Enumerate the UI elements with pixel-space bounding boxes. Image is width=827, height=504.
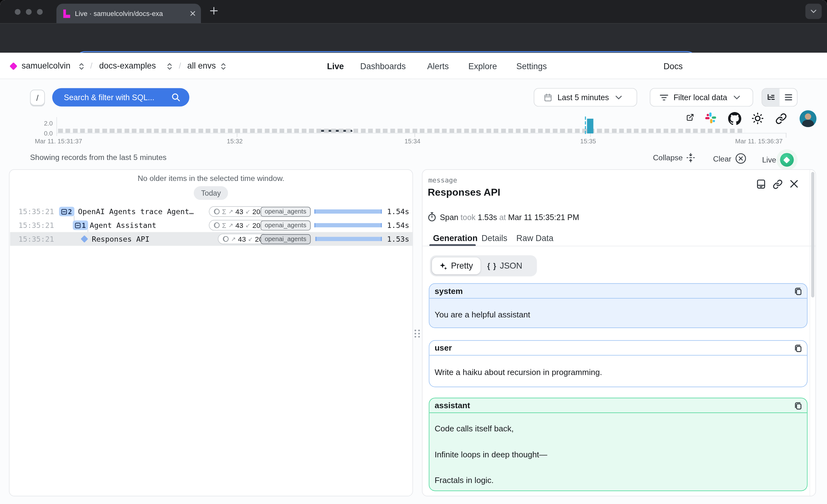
copy-link-icon[interactable] — [773, 180, 783, 189]
user-avatar[interactable] — [799, 110, 816, 127]
trace-row[interactable]: 15:35:21 2 OpenAI Agents trace Agent… Σ … — [10, 205, 413, 218]
token-coin-icon — [223, 236, 229, 242]
copy-icon[interactable] — [794, 344, 802, 352]
window-minimize-button[interactable] — [26, 9, 32, 15]
message-content: You are a helpful assistant — [430, 299, 807, 320]
tab-explore[interactable]: Explore — [468, 61, 497, 71]
filter-local-data-dropdown[interactable]: Filter local data — [650, 88, 753, 106]
slash-shortcut-key[interactable]: / — [30, 90, 45, 105]
json-toggle-button[interactable]: { } JSON — [481, 261, 529, 270]
new-tab-icon[interactable] — [210, 7, 218, 15]
duration-bar[interactable] — [314, 209, 382, 213]
span-word: Span — [440, 212, 458, 221]
dock-panel-icon[interactable] — [756, 180, 766, 189]
calendar-icon — [544, 93, 552, 101]
input-tokens-arrow-icon: ↗ — [231, 236, 236, 242]
tab-close-icon[interactable] — [190, 11, 196, 16]
trace-row-selected[interactable]: 15:35:21 Responses API ↗43 ↙20 openai_ag… — [10, 232, 413, 246]
span-name[interactable]: Agent Assistant — [90, 221, 156, 230]
filter-local-data-label: Filter local data — [674, 93, 727, 102]
collapse-children-badge[interactable]: 2 — [59, 207, 74, 216]
child-count: 1 — [82, 221, 86, 229]
timeline-zero-line — [58, 129, 745, 133]
timeline-activity-bar[interactable] — [587, 119, 593, 133]
pretty-toggle-button[interactable]: Pretty — [432, 257, 481, 274]
token-usage-pill[interactable]: Σ ↗43 ↙20 — [209, 220, 265, 231]
list-view-button[interactable] — [779, 89, 797, 106]
timeline-ytick-top: 2.0 — [32, 119, 53, 127]
collapse-children-badge[interactable]: 1 — [73, 220, 88, 230]
breadcrumb-project[interactable]: docs-examples — [99, 61, 156, 70]
slack-icon[interactable] — [704, 111, 718, 125]
sigma-icon: Σ — [222, 221, 226, 229]
scope-tag[interactable]: openai_agents — [260, 234, 310, 244]
trace-row[interactable]: 15:35:21 1 Agent Assistant Σ ↗43 ↙20 ope… — [10, 218, 413, 232]
duration-bar[interactable] — [314, 223, 382, 227]
collapse-button[interactable]: Collapse — [653, 153, 695, 162]
scope-tag[interactable]: openai_agents — [260, 220, 310, 230]
live-toggle[interactable]: Live — [762, 153, 793, 167]
breadcrumb-org[interactable]: samuelcolvin — [21, 61, 70, 70]
output-tokens-arrow-icon: ↙ — [248, 236, 253, 242]
window-zoom-button[interactable] — [37, 9, 43, 15]
tab-title: Live · samuelcolvin/docs-exa — [75, 9, 190, 17]
span-kind-label: message — [428, 176, 457, 184]
project-switcher-icon[interactable] — [167, 63, 172, 70]
clear-button[interactable]: Clear — [713, 153, 746, 164]
duration-bar[interactable] — [315, 237, 382, 241]
scrollbar-thumb[interactable] — [811, 172, 814, 297]
tree-view-button[interactable] — [762, 89, 780, 106]
scope-tag[interactable]: openai_agents — [260, 207, 310, 217]
share-link-icon[interactable] — [775, 113, 787, 124]
empty-window-notice: No older items in the selected time wind… — [9, 174, 412, 183]
logfire-logo-icon[interactable] — [9, 62, 18, 71]
panel-splitter-handle[interactable] — [414, 329, 421, 338]
token-usage-pill[interactable]: ↗43 ↙20 — [218, 234, 267, 244]
time-range-dropdown[interactable]: Last 5 minutes — [534, 88, 637, 106]
tab-dashboards[interactable]: Dashboards — [360, 61, 406, 71]
span-name[interactable]: Responses API — [92, 235, 150, 243]
window-close-button[interactable] — [15, 9, 21, 15]
token-usage-pill[interactable]: Σ ↗43 ↙20 — [209, 206, 265, 217]
message-card-assistant: assistant Code calls itself back, Infini… — [429, 398, 808, 491]
copy-icon[interactable] — [794, 401, 802, 409]
timeline-selection-cursor[interactable] — [585, 116, 586, 134]
tab-search-caret-button[interactable] — [806, 4, 822, 19]
github-icon[interactable] — [728, 112, 741, 125]
theme-sun-icon[interactable] — [751, 112, 764, 125]
span-name[interactable]: OpenAI Agents trace Agent… — [78, 207, 193, 216]
tab-settings[interactable]: Settings — [517, 61, 547, 71]
live-indicator-button[interactable] — [780, 153, 793, 167]
docs-link[interactable]: Docs — [664, 61, 683, 71]
timeline-baseline — [57, 133, 786, 134]
org-switcher-icon[interactable] — [79, 63, 84, 70]
timeline-xtick: Mar 11. 15:31:37 — [35, 138, 82, 145]
today-pill[interactable]: Today — [194, 186, 228, 200]
env-switcher-icon[interactable] — [221, 63, 226, 70]
breadcrumb-env[interactable]: all envs — [187, 61, 216, 70]
tab-alerts[interactable]: Alerts — [427, 61, 449, 71]
tab-raw-data[interactable]: Raw Data — [517, 234, 553, 243]
child-count: 2 — [68, 208, 72, 215]
browser-tab[interactable]: Live · samuelcolvin/docs-exa — [56, 4, 201, 23]
message-role: system — [434, 286, 463, 296]
duration-value: 1.54s — [378, 221, 409, 230]
timeline-xtick: Mar 11. 15:36:37 — [735, 138, 783, 145]
search-filter-button[interactable]: Search & filter with SQL... — [52, 88, 189, 106]
tab-details[interactable]: Details — [481, 234, 507, 243]
tab-generation[interactable]: Generation — [433, 234, 477, 243]
trace-time: 15:35:21 — [18, 207, 54, 216]
sparkles-icon — [439, 262, 447, 270]
close-icon[interactable] — [789, 180, 798, 189]
external-link-icon[interactable] — [686, 113, 694, 121]
timeline-end-tick — [786, 133, 787, 138]
copy-icon[interactable] — [794, 287, 802, 295]
chevron-down-icon — [733, 95, 740, 99]
records-status-text: Showing records from the last 5 minutes — [30, 153, 166, 161]
tab-live[interactable]: Live — [327, 61, 344, 71]
timeline-xtick: 15:34 — [404, 138, 421, 145]
render-mode-toggle: Pretty { } JSON — [430, 255, 537, 276]
timeline-tick — [590, 133, 591, 137]
trace-time: 15:35:21 — [18, 235, 54, 243]
detail-scrollbar[interactable] — [810, 170, 815, 496]
